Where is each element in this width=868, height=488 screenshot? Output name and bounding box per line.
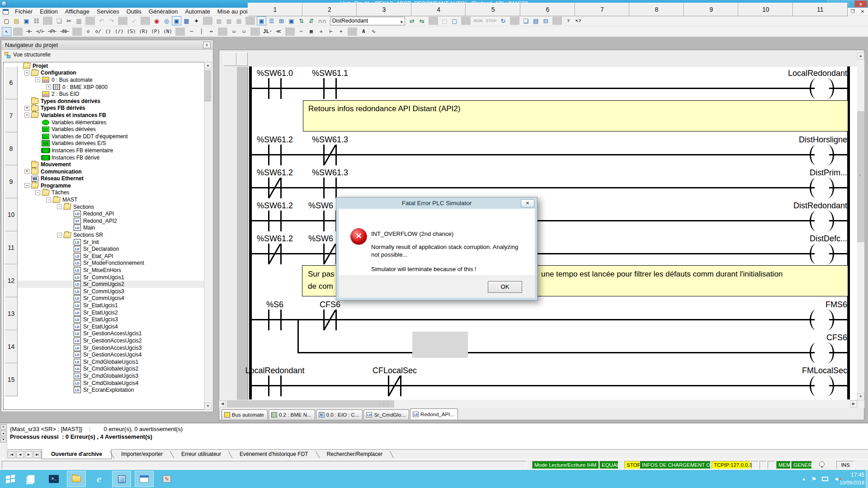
contact-label: CFS6	[320, 300, 340, 310]
dialog-close-icon[interactable]: ✕	[521, 199, 534, 207]
dialog-footer: OK	[339, 276, 535, 298]
contact-no[interactable]	[268, 211, 282, 231]
coil[interactable]	[809, 178, 835, 198]
coil[interactable]	[809, 78, 835, 99]
artifact-box	[412, 332, 468, 358]
contact-label: LocalRedondant	[245, 366, 304, 375]
contact-nc[interactable]	[323, 244, 337, 264]
comment-box[interactable]: Retours infos redondance API Distant (AP…	[303, 100, 848, 131]
contact-nc[interactable]	[323, 310, 337, 330]
contact-no[interactable]	[268, 78, 282, 99]
comment-fragment: de com	[308, 281, 333, 292]
rung-line	[252, 319, 847, 320]
dialog-title: Fatal Error PLC Simulator	[336, 197, 537, 209]
contact-label: %SW61.2	[257, 201, 293, 211]
comment-fragment: une tempo est lancée pour filtrer les dé…	[541, 268, 783, 280]
ok-button[interactable]: OK	[488, 281, 522, 293]
coil[interactable]	[809, 375, 835, 396]
dialog-message: INT_OVERFLOW (2nd chance)	[371, 230, 453, 237]
coil-label: LocalRedondant	[788, 69, 847, 78]
dialog-message: Normally result of application stack cor…	[371, 243, 520, 258]
contact-nc[interactable]	[268, 178, 282, 198]
coil-label: CFS6	[826, 333, 847, 343]
contact-no[interactable]	[323, 178, 337, 198]
contact-label: %SW6	[308, 234, 333, 244]
contact-no[interactable]	[323, 211, 337, 231]
rung-line	[252, 385, 847, 386]
contact-no[interactable]	[323, 78, 337, 99]
contact-label: %SW61.0	[257, 69, 293, 78]
contact-label: %SW6	[308, 201, 333, 211]
coil-label: DistHorsligne	[799, 135, 847, 145]
contact-no[interactable]	[268, 375, 282, 396]
dialog-body: ✕ INT_OVERFLOW (2nd chance) Normally res…	[339, 209, 535, 298]
fatal-error-dialog: Fatal Error PLC Simulator ✕ ✕ INT_OVERFL…	[336, 197, 538, 300]
contact-no[interactable]	[268, 310, 282, 330]
coil-label: FMLocalSec	[802, 366, 847, 375]
dialog-message: Simulator will terminate because of this…	[371, 266, 476, 272]
left-power-rail	[249, 66, 252, 399]
coil[interactable]	[809, 244, 835, 264]
contact-label: %SW61.2	[257, 168, 293, 178]
coil-label: DistDefc...	[810, 234, 847, 244]
comment-fragment: Sur pas	[308, 268, 335, 280]
contact-label: %SW61.3	[312, 168, 348, 178]
rung-line	[252, 187, 847, 188]
contact-label: %SW61.1	[312, 69, 348, 78]
contact-nc[interactable]	[323, 145, 337, 165]
coil-label: DistRedondant	[793, 201, 847, 211]
coil[interactable]	[809, 211, 835, 231]
contact-label: %S6	[266, 300, 283, 310]
error-icon: ✕	[351, 229, 367, 244]
contact-nc[interactable]	[268, 244, 282, 264]
contact-label: %SW61.2	[257, 234, 293, 244]
contact-nc[interactable]	[388, 375, 401, 396]
contact-label: %SW61.3	[312, 135, 348, 145]
rung-line	[297, 352, 847, 353]
coil-label: DistPrim...	[810, 168, 847, 178]
rung-line	[252, 88, 847, 89]
branch-line	[297, 319, 299, 352]
coil-label: FMS6	[826, 300, 847, 310]
coil[interactable]	[809, 145, 835, 165]
coil[interactable]	[809, 310, 835, 330]
contact-no[interactable]	[268, 145, 282, 165]
contact-label: %SW61.2	[257, 135, 293, 145]
rung-line	[252, 154, 847, 155]
coil[interactable]	[809, 343, 835, 363]
contact-label: CFLocalSec	[373, 366, 417, 375]
